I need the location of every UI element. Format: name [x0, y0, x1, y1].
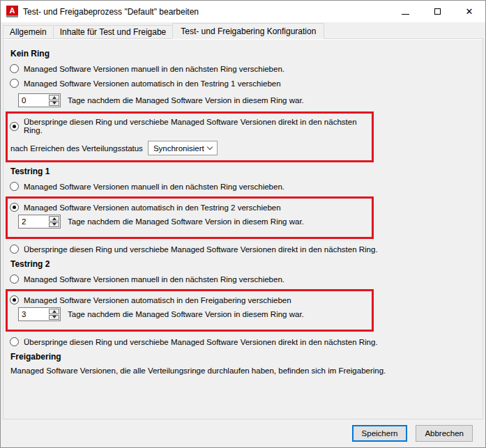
- minimize-icon: [402, 14, 409, 15]
- spinner-buttons: [48, 94, 60, 107]
- radio-label: Managed Software Versionen automatisch i…: [24, 79, 281, 88]
- radio-testring2-manuell[interactable]: Managed Software Versionen manuell in de…: [10, 275, 483, 284]
- close-button[interactable]: ✕: [453, 1, 485, 22]
- app-icon-bar: [6, 15, 18, 17]
- highlight-box-testring-2: Managed Software Versionen automatisch i…: [6, 289, 374, 332]
- testring2-days-spinner: [18, 307, 61, 321]
- radio-label: Managed Software Versionen automatisch i…: [24, 296, 291, 304]
- verteilungsstatus-label: nach Erreichen des Verteilungsstatus: [10, 144, 143, 153]
- radio-testring2-ueberspringe[interactable]: Überspringe diesen Ring und verschiebe M…: [10, 337, 483, 346]
- section-heading: Testring 1: [10, 167, 483, 176]
- minimize-button[interactable]: [389, 1, 421, 22]
- arrow-down-icon: [52, 102, 56, 105]
- chevron-down-icon: [207, 144, 213, 150]
- arrow-up-icon: [52, 96, 56, 99]
- titlebar: A Test- und Freigabeprozess "Default" be…: [1, 1, 485, 22]
- radio-label: Überspringe diesen Ring und verschiebe M…: [24, 338, 378, 346]
- kein-ring-days-spinner: [18, 93, 61, 107]
- dialog-window: A Test- und Freigabeprozess "Default" be…: [0, 0, 486, 448]
- testring2-days-input[interactable]: [19, 308, 48, 320]
- section-kein-ring: Kein Ring Managed Software Versionen man…: [10, 49, 483, 162]
- radio-icon[interactable]: [10, 64, 19, 73]
- radio-testring1-ueberspringe[interactable]: Überspringe diesen Ring und verschiebe M…: [10, 245, 483, 254]
- section-heading: Testring 2: [10, 259, 483, 269]
- radio-label: Überspringe diesen Ring und verschiebe M…: [24, 118, 372, 134]
- tab-panel-ring-konfiguration: Kein Ring Managed Software Versionen man…: [3, 38, 483, 419]
- save-button[interactable]: Speichern: [352, 425, 408, 442]
- radio-icon[interactable]: [10, 337, 19, 346]
- radio-label: Überspringe diesen Ring und verschiebe M…: [24, 245, 378, 254]
- radio-icon[interactable]: [10, 182, 19, 191]
- kein-ring-days-input[interactable]: [19, 94, 48, 107]
- spinner-up-button[interactable]: [49, 216, 59, 222]
- tab-ring-konfiguration[interactable]: Test- und Freigabering Konfiguration: [172, 23, 324, 39]
- section-testring-1: Testring 1 Managed Software Versionen ma…: [10, 167, 483, 254]
- spinner-down-button[interactable]: [49, 101, 59, 107]
- days-suffix-label: Tage nachdem die Managed Software Versio…: [68, 96, 304, 105]
- radio-icon-checked[interactable]: [10, 203, 19, 212]
- dialog-footer: Speichern Abbrechen: [1, 419, 485, 447]
- spinner-down-button[interactable]: [49, 315, 59, 320]
- verteilungsstatus-row: nach Erreichen des Verteilungsstatus Syn…: [10, 141, 372, 155]
- days-suffix-label: Tage nachdem die Managed Software Versio…: [68, 310, 304, 318]
- arrow-up-icon: [52, 217, 56, 220]
- radio-icon-checked[interactable]: [10, 122, 19, 131]
- spinner-up-button[interactable]: [49, 95, 59, 100]
- kein-ring-days-row: Tage nachdem die Managed Software Versio…: [18, 93, 483, 107]
- spinner-buttons: [48, 215, 60, 228]
- radio-icon[interactable]: [10, 275, 19, 284]
- spinner-down-button[interactable]: [49, 222, 59, 228]
- maximize-button[interactable]: [421, 1, 453, 22]
- spinner-up-button[interactable]: [49, 309, 59, 314]
- radio-kein-ring-manuell[interactable]: Managed Software Versionen manuell in de…: [10, 64, 483, 73]
- radio-label: Managed Software Versionen manuell in de…: [24, 183, 284, 191]
- radio-kein-ring-automatisch[interactable]: Managed Software Versionen automatisch i…: [10, 79, 483, 88]
- radio-label: Managed Software Versionen automatisch i…: [24, 203, 281, 212]
- radio-icon-checked[interactable]: [10, 295, 19, 304]
- verteilungsstatus-dropdown[interactable]: Synchronisiert: [148, 141, 218, 155]
- radio-testring2-automatisch[interactable]: Managed Software Versionen automatisch i…: [10, 295, 372, 304]
- tab-allgemein[interactable]: Allgemein: [3, 25, 54, 38]
- tab-strip: Allgemein Inhalte für Test und Freigabe …: [1, 22, 485, 38]
- maximize-icon: [434, 8, 441, 15]
- spinner-buttons: [48, 308, 60, 320]
- highlight-box-testring-1: Managed Software Versionen automatisch i…: [6, 196, 374, 239]
- testring1-days-row: Tage nachdem die Managed Software Versio…: [18, 215, 372, 229]
- highlight-box-kein-ring: Überspringe diesen Ring und verschiebe M…: [6, 111, 374, 162]
- dropdown-value: Synchronisiert: [153, 144, 204, 153]
- freigabering-description: Managed Software Versionen, die alle Ver…: [10, 366, 483, 375]
- window-controls: ✕: [389, 1, 485, 22]
- cancel-button[interactable]: Abbrechen: [416, 425, 473, 442]
- days-suffix-label: Tage nachdem die Managed Software Versio…: [68, 217, 304, 226]
- section-heading: Kein Ring: [10, 49, 483, 59]
- app-icon: A: [6, 6, 18, 17]
- tab-inhalte-test-freigabe[interactable]: Inhalte für Test und Freigabe: [53, 25, 174, 38]
- window-title: Test- und Freigabeprozess "Default" bear…: [23, 7, 199, 17]
- radio-label: Managed Software Versionen manuell in de…: [24, 65, 284, 73]
- radio-testring1-manuell[interactable]: Managed Software Versionen manuell in de…: [10, 182, 483, 191]
- radio-icon[interactable]: [10, 245, 19, 254]
- close-icon: ✕: [466, 7, 473, 16]
- section-testring-2: Testring 2 Managed Software Versionen ma…: [10, 259, 483, 346]
- testring1-days-spinner: [18, 215, 61, 229]
- radio-label: Managed Software Versionen manuell in de…: [24, 275, 284, 284]
- testring2-days-row: Tage nachdem die Managed Software Versio…: [18, 307, 372, 321]
- arrow-down-icon: [52, 223, 56, 226]
- testring1-days-input[interactable]: [19, 215, 48, 228]
- app-logo-letter: A: [6, 6, 18, 15]
- arrow-up-icon: [52, 310, 56, 313]
- section-heading: Freigabering: [10, 352, 483, 362]
- radio-kein-ring-ueberspringe[interactable]: Überspringe diesen Ring und verschiebe M…: [10, 118, 372, 134]
- radio-testring1-automatisch[interactable]: Managed Software Versionen automatisch i…: [10, 203, 372, 212]
- radio-icon[interactable]: [10, 79, 19, 88]
- arrow-down-icon: [52, 316, 56, 318]
- section-freigabering: Freigabering Managed Software Versionen,…: [10, 352, 483, 375]
